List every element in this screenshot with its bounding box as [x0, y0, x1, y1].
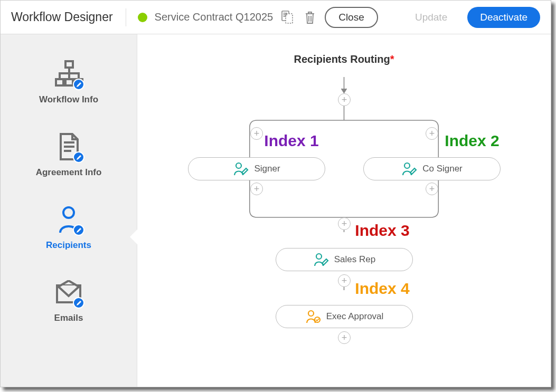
sidebar-item-label: Recipients: [46, 240, 91, 251]
add-node-button[interactable]: +: [426, 183, 438, 195]
status-indicator-icon: [138, 13, 147, 22]
add-node-button[interactable]: +: [426, 127, 438, 140]
signer-icon: [233, 162, 249, 176]
add-node-button[interactable]: +: [338, 93, 351, 106]
deactivate-button[interactable]: Deactivate: [467, 7, 540, 28]
sidebar: Workflow Info: [1, 34, 137, 387]
sidebar-item-label: Agreement Info: [36, 167, 102, 178]
flow-diagram: + + Index 1 Signer + + Index 2 Co Signer: [137, 74, 551, 369]
update-button: Update: [402, 7, 460, 28]
svg-rect-9: [65, 79, 73, 85]
sidebar-item-agreement-info[interactable]: Agreement Info: [1, 118, 137, 190]
svg-point-24: [308, 311, 314, 316]
node-label: Signer: [254, 164, 280, 174]
add-node-button[interactable]: +: [250, 183, 263, 195]
workflow-name: Service Contract Q12025: [155, 11, 274, 23]
recipient-node-signer[interactable]: Signer: [188, 157, 325, 180]
add-node-button[interactable]: +: [338, 331, 351, 344]
svg-point-14: [63, 207, 74, 218]
canvas: Recipients Routing* + + Inde: [137, 34, 551, 387]
edit-badge-icon: [73, 297, 84, 309]
header: Workflow Designer Service Contract Q1202…: [1, 1, 551, 34]
svg-point-21: [236, 163, 241, 168]
svg-point-22: [404, 163, 410, 168]
canvas-title: Recipients Routing*: [137, 53, 551, 65]
svg-point-25: [315, 317, 320, 322]
svg-rect-8: [56, 79, 63, 85]
signer-icon: [313, 253, 329, 266]
node-label: Sales Rep: [334, 254, 375, 265]
edit-badge-icon: [73, 79, 84, 90]
index-label-1: Index 1: [264, 132, 318, 150]
sidebar-item-workflow-info[interactable]: Workflow Info: [1, 45, 137, 118]
add-node-button[interactable]: +: [338, 274, 351, 287]
sidebar-item-label: Workflow Info: [39, 94, 98, 105]
signer-icon: [401, 162, 417, 176]
edit-badge-icon: [73, 224, 84, 236]
recipient-node-exec[interactable]: Exec Approval: [276, 305, 413, 328]
divider: [126, 8, 126, 26]
add-node-button[interactable]: +: [338, 217, 351, 230]
node-label: Exec Approval: [326, 311, 384, 322]
recipient-node-cosigner[interactable]: Co Signer: [363, 157, 501, 180]
edit-badge-icon: [73, 151, 84, 163]
svg-point-23: [316, 254, 322, 259]
app-title: Workflow Designer: [11, 10, 113, 24]
clone-icon[interactable]: [280, 9, 295, 25]
sidebar-item-emails[interactable]: Emails: [1, 263, 137, 336]
index-label-2: Index 2: [445, 132, 499, 150]
trash-icon[interactable]: [303, 9, 317, 25]
index-label-3: Index 3: [355, 222, 409, 240]
approver-icon: [305, 310, 321, 323]
index-label-4: Index 4: [355, 280, 409, 298]
recipient-node-salesrep[interactable]: Sales Rep: [276, 248, 413, 271]
sidebar-item-recipients[interactable]: Recipients: [1, 190, 137, 263]
svg-rect-7: [65, 61, 73, 68]
sidebar-item-label: Emails: [54, 313, 83, 323]
required-marker: *: [390, 53, 394, 65]
node-label: Co Signer: [422, 164, 463, 174]
close-button[interactable]: Close: [325, 7, 378, 28]
add-node-button[interactable]: +: [250, 127, 263, 140]
